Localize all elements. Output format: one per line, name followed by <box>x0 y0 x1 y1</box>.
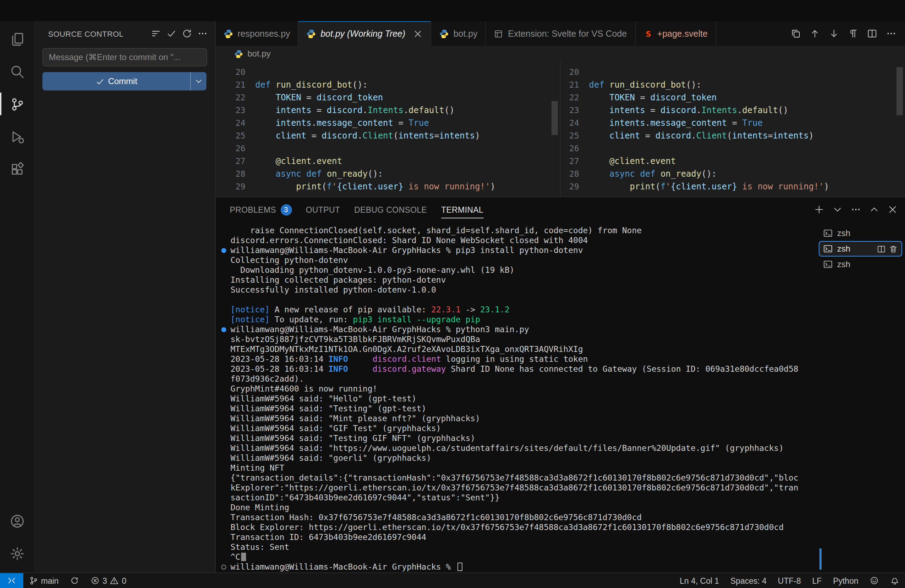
scrollbar-thumb-left[interactable] <box>551 101 558 135</box>
editor-action-open-changes-icon[interactable] <box>791 28 801 39</box>
tab-responses-py[interactable]: responses.py <box>216 21 299 46</box>
status-indentation[interactable]: Spaces: 4 <box>725 573 772 588</box>
breadcrumb[interactable]: bot.py <box>216 46 905 62</box>
sidebar-action-more-icon[interactable] <box>197 28 208 39</box>
status-language-mode[interactable]: Python <box>827 573 864 588</box>
activity-item-explorer[interactable] <box>0 23 34 55</box>
python-icon <box>224 29 233 38</box>
svg-text:S: S <box>646 30 651 38</box>
line-number: 27 <box>560 155 589 168</box>
launch-profile-dropdown-icon[interactable] <box>832 204 843 215</box>
sidebar-actions <box>151 28 208 39</box>
new-terminal-icon[interactable] <box>814 204 824 215</box>
editor-action-split-editor-icon[interactable] <box>867 28 877 39</box>
more-icon[interactable] <box>851 204 861 215</box>
status-text: main <box>41 576 59 585</box>
status-branch[interactable]: main <box>23 573 64 588</box>
command-decoration-icon[interactable] <box>221 564 226 569</box>
terminal-gutter <box>220 265 230 275</box>
tab-bot-py-working-tree[interactable]: bot.py (Working Tree) <box>299 21 432 46</box>
terminal-tab-3[interactable]: zsh <box>819 257 902 272</box>
activity-item-settings[interactable] <box>0 537 34 570</box>
close-icon[interactable] <box>413 29 423 38</box>
terminal-cursor <box>241 553 246 561</box>
command-decoration-icon[interactable] <box>221 248 226 253</box>
tab-bot-py[interactable]: bot.py <box>432 21 486 46</box>
terminal-scrollbar-thumb[interactable] <box>819 548 822 570</box>
status-bar: main30 Ln 4, Col 1Spaces: 4UTF-8LFPython <box>0 572 905 588</box>
code-text: TOKEN = discord_token <box>589 91 716 104</box>
terminal-output[interactable]: raise ConnectionClosed(self.socket, shar… <box>220 225 817 572</box>
panel-tab-output[interactable]: OUTPUT <box>306 197 340 222</box>
line-number: 29 <box>216 180 255 193</box>
tab-page-svelte[interactable]: S+page.svelte <box>635 21 716 46</box>
status-remote-indicator[interactable] <box>0 573 23 588</box>
activity-item-run-debug[interactable] <box>0 120 34 153</box>
terminal-text: Successfully installed python-dotenv-1.0… <box>230 285 436 295</box>
terminal-gutter <box>220 483 230 493</box>
editor-action-previous-change-icon[interactable] <box>810 28 820 39</box>
terminal-line: GryphMint#4600 is now running! <box>220 384 817 394</box>
close-panel-icon[interactable] <box>888 204 898 215</box>
split-terminal-icon[interactable] <box>877 244 886 254</box>
status-eol[interactable]: LF <box>807 573 827 588</box>
terminal-text: WilliamW#5964 said: "Mint please nft?" (… <box>230 414 480 423</box>
status-text: LF <box>812 576 822 585</box>
terminal-tab-1[interactable]: zsh <box>819 225 902 241</box>
activity-item-search[interactable] <box>0 55 34 88</box>
status-feedback[interactable] <box>864 573 884 588</box>
search-icon <box>10 64 24 79</box>
terminal-gutter <box>220 304 230 314</box>
commit-dropdown-button[interactable] <box>190 72 206 90</box>
terminal-line: Downloading python_dotenv-1.0.0-py3-none… <box>220 265 817 275</box>
terminal-text: Transaction ID: 6473b403b9ee2d61697c9044 <box>230 532 426 542</box>
terminal-line: sk-bvtzOSj887jfzCVT9ka5T3BlbkFJBRVmKRjSK… <box>220 334 817 344</box>
terminal-gutter <box>220 394 230 404</box>
panel-tab-debug-console[interactable]: DEBUG CONSOLE <box>354 197 427 222</box>
code-text: print(f'{client.user} is now running!') <box>255 180 495 193</box>
terminal-gutter <box>220 235 230 245</box>
python-icon <box>440 29 449 38</box>
status-cursor-position[interactable]: Ln 4, Col 1 <box>674 573 725 588</box>
sync-icon <box>70 576 79 585</box>
sidebar-action-view-and-sort-icon[interactable] <box>151 28 161 39</box>
activity-item-source-control[interactable] <box>0 88 34 120</box>
activity-item-extensions[interactable] <box>0 153 34 185</box>
terminal-gutter <box>220 384 230 394</box>
terminal-line: WilliamW#5964 said: "goerli" (gryphhacks… <box>220 453 817 463</box>
command-decoration-icon[interactable] <box>221 327 226 332</box>
sidebar-action-commit-check-icon[interactable] <box>166 28 177 39</box>
branch-icon <box>29 576 38 585</box>
sidebar-action-refresh-icon[interactable] <box>182 28 192 39</box>
terminal-line: 2023-05-28 16:03:14 INFO discord.gateway… <box>220 364 817 374</box>
tab-bar: responses.pybot.py (Working Tree)bot.pyE… <box>216 21 905 46</box>
panel-tab-terminal[interactable]: TERMINAL <box>441 197 484 222</box>
editor-action-more-icon[interactable] <box>886 28 897 39</box>
status-problems[interactable]: 30 <box>85 573 132 588</box>
editor-action-whitespace-icon[interactable] <box>848 28 858 39</box>
kill-terminal-icon[interactable] <box>889 244 898 254</box>
maximize-panel-icon[interactable] <box>869 204 880 215</box>
activity-item-account[interactable] <box>0 505 34 537</box>
status-sync[interactable] <box>64 573 85 588</box>
commit-button-main[interactable]: Commit <box>43 72 190 90</box>
commit-message-input[interactable] <box>43 48 207 67</box>
terminal-gutter <box>220 493 230 502</box>
terminal-gutter <box>220 463 230 473</box>
terminal-gutter <box>220 225 230 235</box>
diff-container: 2021def run_discord_bot():22 TOKEN = dis… <box>216 62 905 197</box>
terminal-line: WilliamW#5964 said: "Hello" (gpt-test) <box>220 394 817 404</box>
status-encoding[interactable]: UTF-8 <box>772 573 807 588</box>
editor-action-next-change-icon[interactable] <box>829 28 839 39</box>
extension-icon <box>494 29 504 38</box>
commit-button[interactable]: Commit <box>43 72 206 90</box>
terminal-tab-2[interactable]: zsh <box>819 241 902 257</box>
terminal-line: {"transaction_details":{"transactionHash… <box>220 473 817 483</box>
terminal-line: Collecting python-dotenv <box>220 255 817 265</box>
terminal-gutter <box>220 344 230 354</box>
status-notifications[interactable] <box>884 573 905 588</box>
panel-tab-problems[interactable]: PROBLEMS3 <box>230 197 292 222</box>
scrollbar-thumb-right[interactable] <box>897 67 903 115</box>
tab-extension-svelte-for-vs-code[interactable]: Extension: Svelte for VS Code <box>486 21 635 46</box>
terminal-text: sactionID":"6473b403b9ee2d61697c9044","s… <box>230 493 500 502</box>
